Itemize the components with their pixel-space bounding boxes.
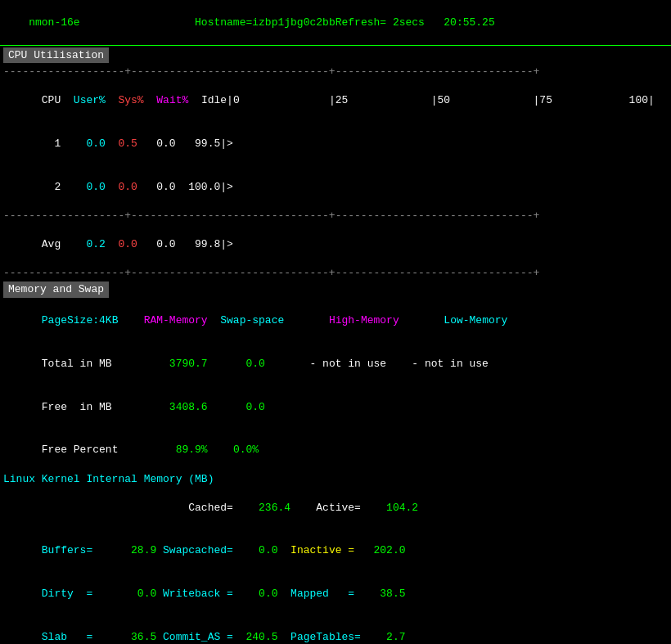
cpu-row-2: 2 0.0 0.0 0.0 100.0|> | xyxy=(3,165,668,209)
memory-section: Memory and Swap PageSize:4KB RAM-Memory … xyxy=(0,280,671,644)
cpu-sep3: -------------------+--------------------… xyxy=(3,266,668,281)
cpu-col-header: CPU User% Sys% Wait% Idle|0 |25 |50 |75 … xyxy=(3,79,668,123)
header-text: nmon-16e Hostname=izbp1jbg0c2bbRefresh= … xyxy=(29,16,495,29)
memory-percent: Free Percent 89.9% 0.0% xyxy=(3,429,668,472)
cpu-avg-row: Avg 0.2 0.0 0.0 99.8|> | xyxy=(3,223,668,266)
cpu-sep2: -------------------+--------------------… xyxy=(3,209,668,223)
memory-labels: PageSize:4KB RAM-Memory Swap-space High-… xyxy=(3,299,668,343)
header-bar: nmon-16e Hostname=izbp1jbg0c2bbRefresh= … xyxy=(0,0,671,46)
memory-title: Memory and Swap xyxy=(3,281,109,298)
memory-free: Free in MB 3408.6 0.0 xyxy=(3,385,668,429)
cached-row: Cached= 236.4 Active= 104.2 xyxy=(3,486,668,529)
slab-row: Slab = 36.5 Commit_AS = 240.5 PageTables… xyxy=(3,615,668,644)
cpu-row-1: 1 0.0 0.5 0.0 99.5|> | xyxy=(3,122,668,165)
cpu-sep1: -------------------+--------------------… xyxy=(3,65,668,79)
buffers-row: Buffers= 28.9 Swapcached= 0.0 Inactive =… xyxy=(3,529,668,573)
terminal-window: nmon-16e Hostname=izbp1jbg0c2bbRefresh= … xyxy=(0,0,671,644)
cpu-title: CPU Utilisation xyxy=(3,47,109,64)
memory-total: Total in MB 3790.7 0.0 - not in use - no… xyxy=(3,343,668,386)
dirty-row: Dirty = 0.0 Writeback = 0.0 Mapped = 38.… xyxy=(3,572,668,615)
kernel-title: Linux Kernel Internal Memory (MB) xyxy=(3,472,668,487)
cpu-section: CPU Utilisation -------------------+----… xyxy=(0,46,671,281)
